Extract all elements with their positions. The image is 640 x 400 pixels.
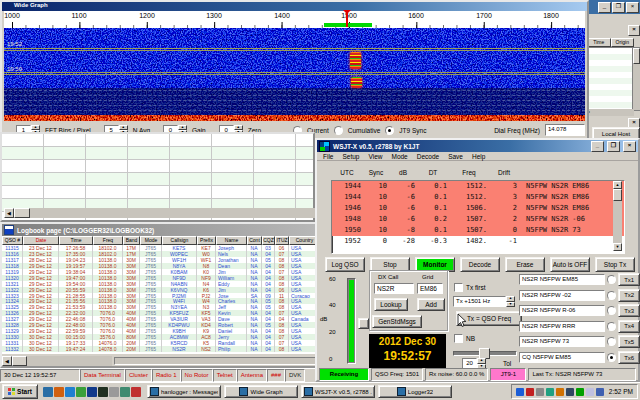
task-button[interactable]: Wide Graph (224, 385, 298, 398)
tx-select-radio[interactable] (607, 306, 616, 315)
scrollbar[interactable]: ▲ ▼ (613, 181, 622, 251)
dx-call-input[interactable]: NS2R (374, 283, 414, 294)
tx-select-radio[interactable] (607, 322, 616, 331)
scrollbar-thumb[interactable] (12, 356, 27, 366)
scroll-left-icon[interactable]: ◀ (2, 356, 12, 366)
decode-row[interactable]: 1946 10 -6 0.1 1506. 2 N5FPW NS2R EM86 (332, 203, 624, 214)
status-link[interactable]: Radio 1 (152, 369, 181, 382)
tx-button[interactable]: Tx5 (618, 335, 640, 348)
scroll-down-icon[interactable]: ▼ (613, 243, 622, 251)
app-icon[interactable] (109, 387, 119, 397)
status-link[interactable]: Cluster (125, 369, 152, 382)
lookup-button[interactable]: Lookup (374, 298, 408, 311)
decode-row[interactable]: 1944 10 -6 0.1 1512. 3 N5FPW NS2R EM86 (332, 181, 624, 192)
add-button[interactable]: Add (417, 298, 445, 311)
menu-item[interactable]: View (368, 153, 382, 160)
close-icon[interactable]: × (623, 141, 636, 152)
task-button[interactable]: hanlogger : Messages : ... (147, 385, 221, 398)
jt9-sync-radio[interactable] (385, 126, 394, 135)
column-header[interactable]: Time (587, 38, 611, 47)
scrollbar[interactable]: ▶ (587, 109, 634, 116)
close-icon[interactable]: × (628, 25, 640, 36)
tx-button[interactable]: Tx1 (618, 273, 640, 286)
tx-button[interactable]: Tx6 (618, 351, 640, 364)
status-link[interactable]: Antenna (237, 369, 267, 382)
status-link[interactable]: No Rotor (181, 369, 213, 382)
scrollbar[interactable] (632, 47, 640, 111)
minimize-icon[interactable]: _ (598, 2, 611, 13)
app-icon[interactable] (120, 387, 130, 397)
tx-button[interactable]: Tx3 (618, 304, 640, 317)
minimize-icon[interactable]: _ (591, 141, 604, 152)
tx-message-input[interactable]: NS2R N5FPW EM85 (519, 274, 605, 285)
scroll-up-icon[interactable]: ▲ (613, 181, 622, 189)
app-icon[interactable] (98, 387, 108, 397)
tx-select-radio[interactable] (607, 337, 616, 346)
table-row[interactable]: 11332 30 Dec 12 19:47:24 14078.0 20M JT6… (2, 346, 320, 352)
grid-input[interactable]: EM86 (417, 283, 443, 294)
cluster-list[interactable] (587, 47, 636, 111)
previous-qso-grid[interactable]: ◀ (0, 132, 315, 222)
menu-item[interactable]: Mode (391, 153, 407, 160)
column-header[interactable]: Callsign (162, 236, 197, 245)
start-button[interactable]: Start (2, 384, 38, 399)
tx-message-input[interactable]: NS2R N5FPW 73 (519, 336, 605, 347)
nb-checkbox[interactable] (454, 334, 463, 343)
scrollbar[interactable]: ◀ (4, 208, 315, 218)
menu-item[interactable]: Help (472, 153, 485, 160)
menu-item[interactable]: Setup (342, 153, 359, 160)
app-icon[interactable] (54, 387, 64, 397)
column-header[interactable]: Name (216, 236, 247, 245)
menu-item[interactable]: File (323, 153, 333, 160)
action-button[interactable]: Log QSO (325, 257, 365, 272)
action-button[interactable]: Stop Tx (595, 257, 635, 272)
tx-select-radio[interactable] (607, 353, 616, 362)
app-icon[interactable] (43, 387, 53, 397)
menu-item[interactable]: Save (448, 153, 463, 160)
column-header[interactable]: Time (59, 236, 93, 245)
tx-select-radio[interactable] (607, 291, 616, 300)
wsjtx-titlebar[interactable]: WSJT-X v0.5, r2788 by K1JT _ ❐ × (317, 140, 638, 152)
tx-message-input[interactable]: CQ N5FPW EM85 (519, 352, 605, 363)
logbook-titlebar[interactable]: Logbook page (C:\LOGGER32\LOGBOOK32) (2, 224, 320, 236)
tray-icon[interactable] (546, 388, 554, 396)
tx-message-input[interactable]: NS2R N5FPW -02 (519, 290, 605, 301)
spin-down-icon[interactable]: ▼ (506, 302, 515, 308)
close-icon[interactable]: × (626, 2, 639, 13)
column-header[interactable]: Date (23, 236, 59, 245)
scrollbar-thumb[interactable] (613, 189, 622, 201)
column-header[interactable]: Cont (247, 236, 262, 245)
gen-std-msgs-button[interactable]: GenStdMsgs (372, 315, 422, 328)
column-header[interactable]: CQZ (262, 236, 275, 245)
tray-icon[interactable] (516, 388, 524, 396)
column-header[interactable]: Freq (93, 236, 123, 245)
tray-icon[interactable] (576, 388, 584, 396)
column-header[interactable]: Mode (140, 236, 162, 245)
column-header[interactable]: ITUZ (275, 236, 289, 245)
app-icon[interactable] (87, 387, 97, 397)
tx-select-radio[interactable] (607, 275, 616, 284)
column-header[interactable]: Band (123, 236, 140, 245)
tx-first-checkbox[interactable] (454, 283, 463, 292)
maximize-icon[interactable]: ❐ (607, 141, 620, 152)
tray-icon[interactable] (566, 388, 574, 396)
tray-icon[interactable] (586, 388, 594, 396)
scrollbar-thumb[interactable] (14, 208, 30, 218)
decode-row[interactable]: 1950 10 -8 0.1 1507. 0 N5FPW NS2R 73 (332, 225, 624, 236)
tray-icon[interactable] (556, 388, 564, 396)
dial-freq-input[interactable]: 14.078 (545, 124, 585, 136)
decode-list[interactable]: 1944 10 -6 0.1 1512. 3 N5FPW NS2R EM86 1… (331, 180, 625, 254)
action-button[interactable]: Auto is OFF (550, 257, 590, 272)
restore-icon[interactable]: ❐ (612, 2, 625, 13)
tx-message-input[interactable]: NS2R N5FPW R-06 (519, 305, 605, 316)
tx-button[interactable]: Tx4 (618, 320, 640, 333)
status-link[interactable]: ### (267, 369, 285, 382)
menu-item[interactable]: Decode (417, 153, 439, 160)
cumulative-radio[interactable] (334, 126, 343, 135)
decode-row[interactable]: 1948 10 -6 0.2 1507. 2 N5FPW NS2R -06 (332, 214, 624, 225)
column-header[interactable]: Prefix (197, 236, 216, 245)
meter-slider-handle[interactable] (358, 318, 369, 329)
wide-graph-titlebar[interactable]: Wide Graph (2, 2, 587, 11)
app-icon[interactable] (65, 387, 75, 397)
task-button[interactable]: WSJT-X v0.5, r2788 ... (301, 385, 375, 398)
